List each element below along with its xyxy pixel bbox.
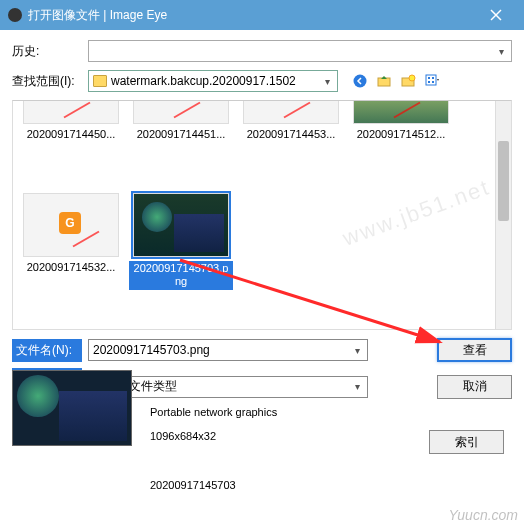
svg-rect-7 [428,77,430,79]
lookin-label: 查找范围(I): [12,73,82,90]
svg-point-2 [354,75,367,88]
file-name: 2020091714453... [247,128,336,141]
file-name: 2020091714450... [27,128,116,141]
file-name: 2020091714512... [357,128,446,141]
history-combo[interactable]: ▾ [88,40,512,62]
svg-rect-9 [428,81,430,83]
file-item-selected[interactable]: 20200917145703.png [127,189,235,293]
file-name: 20200917145703.png [129,261,233,289]
meta-format: Portable network graphics [150,400,277,424]
scrollbar-thumb[interactable] [498,141,509,221]
meta-timestamp: 20200917145703 [150,473,277,497]
svg-point-5 [409,75,415,81]
filename-field[interactable] [93,343,363,357]
file-item[interactable]: G 2020091714532... [17,189,125,293]
file-list-area: 2020091714450... 2020091714451... 202009… [12,100,512,330]
lookin-path: watermark.bakcup.20200917.1502 [111,74,296,88]
up-one-level-button[interactable] [374,71,394,91]
svg-rect-8 [432,77,434,79]
view-menu-button[interactable] [422,71,442,91]
cancel-button[interactable]: 取消 [437,375,512,399]
chevron-down-icon: ▾ [349,381,365,392]
close-button[interactable] [476,0,516,30]
svg-rect-10 [432,81,434,83]
history-label: 历史: [12,43,82,60]
view-button[interactable]: 查看 [437,338,512,362]
scrollbar[interactable] [495,101,511,329]
file-name: 2020091714532... [27,261,116,274]
file-item[interactable]: 2020091714451... [127,105,235,145]
chevron-down-icon: ▾ [319,76,335,87]
back-button[interactable] [350,71,370,91]
preview-thumbnail [12,370,132,446]
file-item[interactable]: 2020091714453... [237,105,345,145]
file-item[interactable]: 2020091714450... [17,105,125,145]
svg-rect-3 [378,78,390,86]
svg-rect-6 [426,75,436,85]
chevron-down-icon: ▾ [349,345,365,356]
lookin-combo[interactable]: watermark.bakcup.20200917.1502 ▾ [88,70,338,92]
filename-label: 文件名(N): [12,339,82,362]
window-title: 打开图像文件 | Image Eye [28,7,167,24]
index-button[interactable]: 索引 [429,430,504,454]
file-item[interactable]: 2020091714512... [347,105,455,145]
meta-dimensions: 1096x684x32 [150,424,277,448]
filename-input[interactable]: ▾ [88,339,368,361]
new-folder-button[interactable] [398,71,418,91]
folder-icon [93,75,107,87]
chevron-down-icon: ▾ [493,46,509,57]
watermark: Yuucn.com [448,507,518,523]
app-icon [8,8,22,22]
file-name: 2020091714451... [137,128,226,141]
